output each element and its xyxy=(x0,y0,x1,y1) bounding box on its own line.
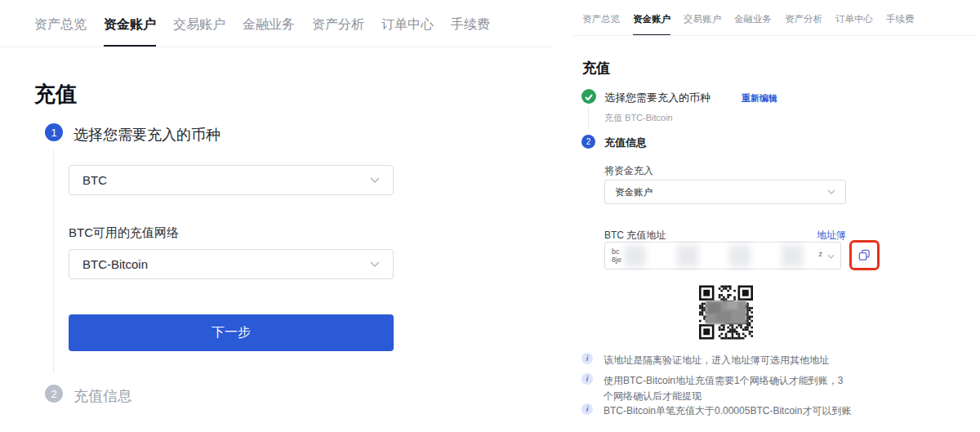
tab-asset-analysis[interactable]: 资产分析 xyxy=(785,13,822,36)
tab-assets-overview[interactable]: 资产总览 xyxy=(34,16,87,47)
tab-fees[interactable]: 手续费 xyxy=(451,16,490,47)
step1-summary: 充值 BTC-Bitcoin xyxy=(604,112,673,124)
chevron-down-icon xyxy=(370,177,380,183)
chevron-down-icon xyxy=(827,254,835,259)
tab-funding-account[interactable]: 资金账户 xyxy=(633,13,670,36)
tab-trading-account[interactable]: 交易账户 xyxy=(173,16,225,47)
network-label: BTC可用的充值网络 xyxy=(69,225,179,241)
tab-finance[interactable]: 金融业务 xyxy=(734,13,772,36)
network-select-value: BTC-Bitcoin xyxy=(82,257,370,271)
step1-done-badge xyxy=(581,89,596,104)
account-select[interactable]: 资金账户 xyxy=(604,180,846,204)
fund-into-label: 将资金充入 xyxy=(604,164,653,178)
step1-badge: 1 xyxy=(45,123,63,141)
page-title: 充值 xyxy=(34,80,77,109)
account-select-value: 资金账户 xyxy=(615,186,827,198)
info-icon: i xyxy=(581,403,593,415)
copy-address-icon[interactable] xyxy=(858,248,871,262)
tab-funding-account[interactable]: 资金账户 xyxy=(104,16,156,47)
address-blur-overlay xyxy=(625,245,821,267)
address-suffix: z xyxy=(819,250,823,258)
deposit-address-text: bc 8je xyxy=(612,247,621,264)
deposit-step2-panel: 资产总览 资金账户 交易账户 金融业务 资产分析 订单中心 手续费 充值 选择您… xyxy=(572,0,980,432)
page-title: 充值 xyxy=(582,59,610,78)
step2-label: 充值信息 xyxy=(74,386,132,406)
step2-badge: 2 xyxy=(581,135,595,149)
info-icon: i xyxy=(581,373,593,385)
step1-label: 选择您需要充入的币种 xyxy=(74,125,220,145)
step-connector xyxy=(588,107,589,129)
tab-order-center[interactable]: 订单中心 xyxy=(381,16,434,47)
chevron-down-icon xyxy=(370,261,380,267)
tab-asset-analysis[interactable]: 资产分析 xyxy=(312,16,364,47)
address-book-link[interactable]: 地址簿 xyxy=(808,229,846,243)
info-icon: i xyxy=(581,353,593,364)
info-note: i 使用BTC-Bitcoin地址充值需要1个网络确认才能到账，3个网络确认后才… xyxy=(581,373,845,404)
step2-badge: 2 xyxy=(45,385,63,403)
deposit-step1-panel: 资产总览 资金账户 交易账户 金融业务 资产分析 订单中心 手续费 充值 1 选… xyxy=(0,0,552,432)
step1-label: 选择您需要充入的币种 xyxy=(604,91,710,105)
tab-order-center[interactable]: 订单中心 xyxy=(835,13,873,36)
re-edit-link[interactable]: 重新编辑 xyxy=(742,92,777,105)
next-step-button[interactable]: 下一步 xyxy=(69,314,394,351)
account-nav: 资产总览 资金账户 交易账户 金融业务 资产分析 订单中心 手续费 xyxy=(34,16,490,47)
step2-label: 充值信息 xyxy=(604,136,647,150)
nav-divider xyxy=(0,47,552,47)
step-connector xyxy=(53,149,54,373)
coin-select[interactable]: BTC xyxy=(69,165,394,195)
nav-divider xyxy=(572,35,974,36)
deposit-qr-code xyxy=(699,283,753,341)
deposit-address-label: BTC 充值地址 xyxy=(604,229,666,243)
tab-fees[interactable]: 手续费 xyxy=(886,13,915,36)
chevron-down-icon xyxy=(827,189,835,194)
coin-select-value: BTC xyxy=(82,173,370,187)
tab-assets-overview[interactable]: 资产总览 xyxy=(582,13,620,36)
network-select[interactable]: BTC-Bitcoin xyxy=(69,249,394,279)
check-icon xyxy=(585,89,593,104)
tab-finance[interactable]: 金融业务 xyxy=(243,16,295,47)
account-nav: 资产总览 资金账户 交易账户 金融业务 资产分析 订单中心 手续费 xyxy=(582,13,915,36)
tab-trading-account[interactable]: 交易账户 xyxy=(684,13,721,36)
copy-highlight-box xyxy=(849,240,880,270)
info-note: i BTC-Bitcoin单笔充值大于0.00005BTC-Bitcoin才可以… xyxy=(581,403,851,419)
info-note: i 该地址是隔离验证地址，进入地址簿可选用其他地址 xyxy=(581,353,829,368)
deposit-address-select[interactable]: bc 8je z xyxy=(604,242,841,269)
